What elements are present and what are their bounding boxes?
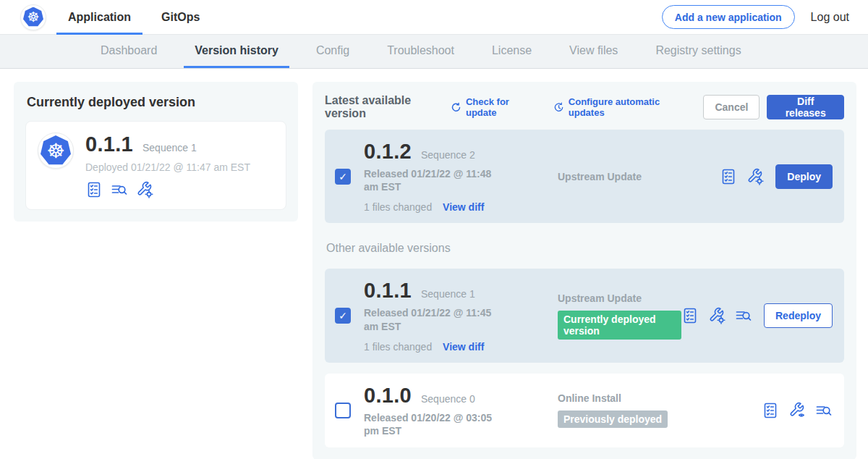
version-checkbox[interactable]: ✓ [335,308,351,324]
released-timestamp: Released 01/21/22 @ 11:45 am EST [364,306,506,332]
deployed-sequence-label: Sequence 1 [142,142,197,153]
subnav-tab-registry-settings[interactable]: Registry settings [644,35,752,68]
currently-deployed-badge: Currently deployed version [558,311,681,340]
currently-deployed-card: ☸ 0.1.1 Sequence 1 Deployed 01/21/22 @ 1… [25,121,286,210]
subnav-tab-dashboard[interactable]: Dashboard [90,35,168,68]
tab-gitops[interactable]: GitOps [161,0,200,35]
version-row-0-1-1: ✓ 0.1.1 Sequence 1 Released 01/21/22 @ 1… [325,269,844,362]
deployed-version-number: 0.1.1 [85,132,133,156]
diff-releases-button[interactable]: Diff releases [767,95,844,119]
version-history-panel: Latest available version Check for updat… [312,82,856,459]
released-timestamp: Released 01/21/22 @ 11:48 am EST [364,167,506,193]
version-source-label: Upstream Update [558,292,681,304]
subnav-tab-config[interactable]: Config [305,35,360,68]
refresh-icon [451,101,461,114]
version-number: 0.1.2 [364,140,412,164]
kubernetes-logo[interactable]: ☸ [20,4,46,30]
latest-available-title: Latest available version [325,94,442,120]
add-application-button[interactable]: Add a new application [662,5,795,29]
configure-automatic-updates-label: Configure automatic updates [569,96,685,118]
currently-deployed-panel: Currently deployed version ☸ 0.1.1 Seque… [14,82,298,222]
other-available-versions-title: Other available versions [326,242,844,255]
deploy-logs-icon[interactable] [111,181,128,198]
deploy-button[interactable]: Deploy [775,164,833,189]
subnav-tab-view-files[interactable]: View files [558,35,629,68]
edit-config-icon[interactable] [708,307,726,324]
redeploy-button[interactable]: Redeploy [764,303,833,328]
preflight-checks-icon[interactable] [681,307,699,324]
version-source-label: Upstream Update [558,171,720,182]
view-config-icon[interactable] [788,402,806,419]
cancel-button[interactable]: Cancel [703,95,760,119]
schedule-update-icon [553,101,564,114]
view-diff-link[interactable]: View diff [443,341,484,353]
kubernetes-helm-icon: ☸ [41,135,71,166]
app-subnav: Dashboard Version history Config Trouble… [0,35,868,69]
version-checkbox[interactable]: ✓ [335,169,351,185]
version-number: 0.1.1 [364,279,412,303]
deploy-logs-icon[interactable] [815,402,833,419]
sequence-label: Sequence 1 [421,288,475,300]
view-diff-link[interactable]: View diff [443,201,484,213]
preflight-checks-icon[interactable] [85,181,103,198]
check-for-update-link[interactable]: Check for update [451,96,535,118]
subnav-tab-troubleshoot[interactable]: Troubleshoot [376,35,465,68]
top-navbar: ☸ Application GitOps Add a new applicati… [0,0,868,35]
files-changed-label: 1 files changed [364,201,432,213]
sequence-label: Sequence 2 [421,149,475,161]
version-number: 0.1.0 [364,384,412,408]
tab-application[interactable]: Application [68,0,131,35]
currently-deployed-title: Currently deployed version [27,95,286,110]
released-timestamp: Released 01/20/22 @ 03:05 pm EST [364,411,506,437]
edit-config-icon[interactable] [136,181,153,198]
version-checkbox[interactable]: ✓ [335,403,351,418]
deployed-timestamp: Deployed 01/21/22 @ 11:47 am EST [85,161,250,173]
subnav-tab-license[interactable]: License [481,35,542,68]
configure-automatic-updates-link[interactable]: Configure automatic updates [553,96,685,118]
kubernetes-helm-icon: ☸ [23,7,43,28]
logout-button[interactable]: Log out [811,11,849,24]
version-source-label: Online Install [558,392,762,404]
check-for-update-label: Check for update [466,96,535,118]
version-row-0-1-0: ✓ 0.1.0 Sequence 0 Released 01/20/22 @ 0… [325,374,844,447]
files-changed-label: 1 files changed [364,341,432,353]
preflight-checks-icon[interactable] [762,402,779,419]
sequence-label: Sequence 0 [421,393,475,405]
previously-deployed-badge: Previously deployed [558,410,668,428]
subnav-tab-version-history[interactable]: Version history [184,35,289,68]
app-logo: ☸ [38,132,74,169]
deploy-logs-icon[interactable] [735,307,752,324]
version-row-0-1-2: ✓ 0.1.2 Sequence 2 Released 01/21/22 @ 1… [325,130,844,223]
preflight-checks-icon[interactable] [720,168,737,185]
edit-config-icon[interactable] [746,168,764,185]
